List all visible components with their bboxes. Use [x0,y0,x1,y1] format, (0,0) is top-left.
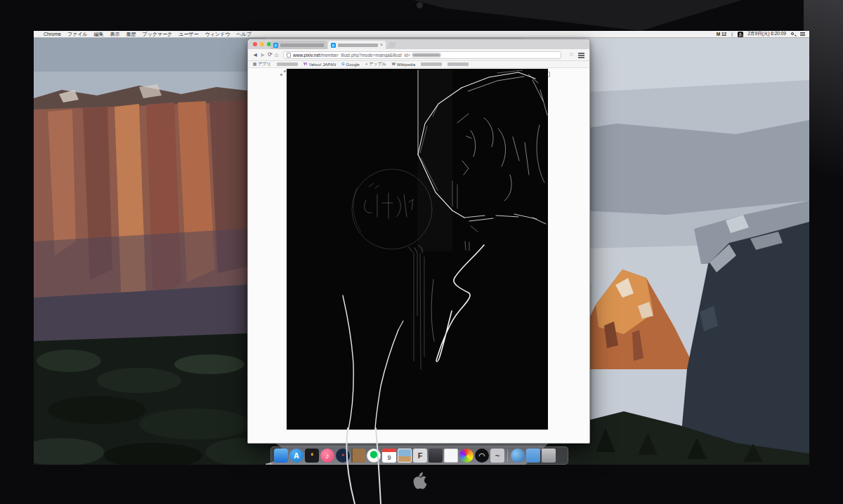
dock-app-icon[interactable]: ◠ [475,449,489,463]
bookmark-favicon: W [392,62,396,67]
pixiv-favicon: p [273,43,278,48]
meter-status[interactable]: M 12 [717,32,726,37]
webcam-dot [417,2,423,8]
menu-item[interactable]: 表示 [110,31,120,38]
menu-item[interactable]: ヘルプ [237,31,252,38]
dock-app-icon[interactable]: ❛ [305,449,319,463]
bookmark-label: Google [346,62,360,67]
chrome-window: p p × ◄ ► ⟳ ⌂ www.pixiv.net/member_illus… [247,39,590,444]
bookmark-label: Yahoo! JAPAN [308,62,336,67]
dock-app-icon[interactable] [444,449,458,463]
dock-app-icon[interactable] [274,449,288,463]
bookmark-item[interactable] [447,62,469,66]
bookmark-favicon: Y! [303,62,308,67]
bookmark-item[interactable]: ● アップル [365,61,386,67]
bookmark-favicon: ● [365,62,367,67]
monitor-photo: Chromeファイル編集表示履歴ブックマークユーザーウィンドウヘルプ M 12 … [0,0,843,504]
dock: A ❛ ♪ ✦ 9 F ◠ ~ [270,446,568,465]
bezel-reflection-right [804,0,843,232]
page-icon [287,53,291,58]
dock-app-icon[interactable] [526,449,540,463]
bookmark-favicon: G [341,62,344,67]
dock-app-icon[interactable] [507,449,508,462]
notification-center-icon[interactable] [800,32,805,36]
bookmark-label: Wikipedia [397,62,415,67]
menu-item[interactable]: ユーザー [178,31,198,38]
bookmark-item[interactable]: W Wikipedia [392,62,415,67]
dock-app-icon[interactable] [542,449,556,463]
dock-app-icon[interactable] [511,449,525,463]
dock-app-icon[interactable]: ♪ [320,449,334,463]
dock-app-icon[interactable]: A [289,449,303,463]
bookmark-item[interactable]: Y! Yahoo! JAPAN [303,62,336,67]
app-menus: Chromeファイル編集表示履歴ブックマークユーザーウィンドウヘルプ [44,31,251,38]
menu-item[interactable]: 編集 [94,31,104,38]
apple-logo [410,471,430,493]
dock-app-icon[interactable]: F [413,449,427,463]
bookmark-item[interactable]: G Google [341,62,360,67]
menu-item[interactable]: ファイル [67,31,88,38]
menu-item[interactable]: ブックマーク [143,31,173,38]
bookmark-censored [277,62,298,66]
bookmark-favicon: ▦ [253,62,256,67]
bookmark-censored [421,62,442,66]
tab-close-icon[interactable]: × [380,41,383,48]
pixiv-page-content [248,68,589,443]
dock-app-icon[interactable] [459,449,473,463]
address-bar[interactable]: www.pixiv.net/member_illust.php?mode=man… [283,51,561,59]
chrome-menu-icon[interactable] [578,53,584,58]
dock-app-icon[interactable]: ✦ [336,449,350,463]
bookmark-item[interactable]: ▦ アプリ [253,61,271,67]
menu-item[interactable]: 履歴 [126,31,136,38]
dock-app-icon[interactable] [367,449,381,463]
bookmark-item[interactable] [277,62,298,66]
menu-clock[interactable]: 2月9日(火) 6:20:09 [747,31,786,37]
back-button[interactable]: ◄ [252,51,258,58]
sketch-lines [287,69,548,430]
bookmark-star-icon[interactable]: ☆ [569,51,574,58]
url-text: www.pixiv.net/member_illust.php?mode=man… [293,53,410,58]
input-source-badge[interactable]: あ [738,32,743,37]
bookmark-item[interactable] [421,62,442,66]
menu-bar: Chromeファイル編集表示履歴ブックマークユーザーウィンドウヘルプ M 12 … [34,31,809,38]
tab-inactive[interactable]: p [270,41,327,49]
tab-title-censored [280,44,324,47]
spotlight-icon[interactable] [790,32,796,37]
close-window-button[interactable] [253,42,257,46]
dock-app-icon[interactable] [351,449,365,463]
manga-artwork-image[interactable] [287,69,548,430]
home-button[interactable]: ⌂ [275,51,278,58]
bookmark-label: アップル [369,61,386,67]
tab-active[interactable]: p × [328,41,386,49]
window-controls [253,42,271,46]
reload-button[interactable]: ⟳ [268,51,273,58]
tab-strip: p p × [248,39,589,49]
dock-app-icon[interactable] [429,449,443,463]
bookmark-censored [447,62,469,66]
browser-toolbar: ◄ ► ⟳ ⌂ www.pixiv.net/member_illust.php?… [248,49,589,61]
dock-app-icon[interactable]: 9 [382,449,396,463]
menu-item[interactable]: Chrome [44,31,61,38]
dock-app-icon[interactable] [398,449,412,463]
tab-title-censored [338,44,378,47]
url-id-censored [412,53,440,57]
forward-button[interactable]: ► [260,51,266,58]
status-area: M 12 ᛒ あ 2月9日(火) 6:20:09 [717,31,805,37]
minimize-window-button[interactable] [260,42,264,46]
pixiv-favicon: p [331,43,336,48]
bluetooth-icon[interactable]: ᛒ [731,32,733,37]
dock-app-icon[interactable]: ~ [490,449,504,463]
menu-item[interactable]: ウィンドウ [205,31,230,38]
bookmarks-bar: ▦ アプリ Y! Yahoo! JAPAN G Google ● アップル [248,61,589,68]
bookmark-label: アプリ [258,61,270,67]
new-tab-button[interactable] [388,42,397,48]
